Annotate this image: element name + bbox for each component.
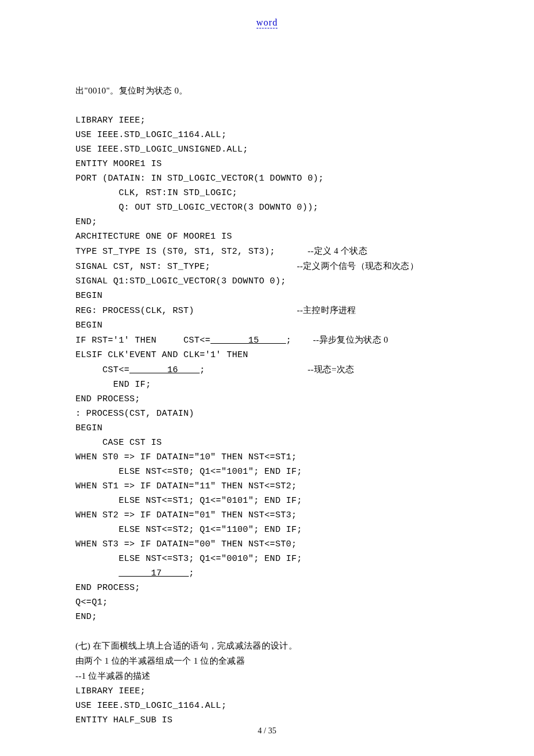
code-line: ; <box>189 568 194 578</box>
code-line: USE IEEE.STD_LOGIC_1164.ALL; <box>75 701 226 711</box>
code-line: ENTITY HALF_SUB IS <box>75 715 172 725</box>
page-number: 4 / 35 <box>258 726 276 735</box>
code-line: Q: OUT STD_LOGIC_VECTOR(3 DOWNTO 0)); <box>75 203 319 213</box>
code-line: ELSE NST<=ST0; Q1<="1001"; END IF; <box>75 467 302 477</box>
code-line: REG: PROCESS(CLK, RST) <box>75 306 297 316</box>
code-line <box>75 568 118 578</box>
code-line: USE IEEE.STD_LOGIC_UNSIGNED.ALL; <box>75 145 248 154</box>
code-line: ELSE NST<=ST3; Q1<="0010"; END IF; <box>75 554 302 564</box>
comment: --定义两个信号（现态和次态） <box>297 261 418 271</box>
header-link[interactable]: word <box>257 17 278 28</box>
code-line: END IF; <box>75 380 151 390</box>
code-line: LIBRARY IEEE; <box>75 116 146 125</box>
code-line: ; <box>200 365 308 375</box>
code-line: SIGNAL CST, NST: ST_TYPE; <box>75 262 297 272</box>
code-line: BEGIN <box>75 321 103 330</box>
code-line: ELSIF CLK'EVENT AND CLK='1' THEN <box>75 350 248 360</box>
code-line: END; <box>75 612 97 622</box>
code-line: ; <box>286 336 313 345</box>
header: word <box>75 17 459 52</box>
code-line: WHEN ST0 => IF DATAIN="10" THEN NST<=ST1… <box>75 452 297 462</box>
comment: --1 位半减器的描述 <box>75 671 151 681</box>
code-line: IF RST='1' THEN CST<= <box>75 336 211 345</box>
code-line: WHEN ST1 => IF DATAIN="11" THEN NST<=ST2… <box>75 481 297 491</box>
code-line: BEGIN <box>75 291 103 301</box>
code-line: ARCHITECTURE ONE OF MOORE1 IS <box>75 232 232 242</box>
comment: --主控时序进程 <box>297 305 356 315</box>
document-content: 出"0010"。复位时为状态 0。 LIBRARY IEEE; USE IEEE… <box>75 84 459 728</box>
code-line: Q<=Q1; <box>75 597 108 607</box>
code-line: USE IEEE.STD_LOGIC_1164.ALL; <box>75 130 226 140</box>
comment: --定义 4 个状态 <box>308 246 367 255</box>
code-line: : PROCESS(CST, DATAIN) <box>75 409 194 419</box>
comment: --异步复位为状态 0 <box>313 335 388 344</box>
comment: --现态=次态 <box>308 365 355 374</box>
code-line: SIGNAL Q1:STD_LOGIC_VECTOR(3 DOWNTO 0); <box>75 276 286 286</box>
code-line: LIBRARY IEEE; <box>75 686 146 696</box>
code-line: CST<= <box>75 365 129 375</box>
code-line: CLK, RST:IN STD_LOGIC; <box>75 188 237 198</box>
code-line: END; <box>75 217 97 227</box>
code-line: ENTITY MOORE1 IS <box>75 159 162 169</box>
intro-line: 出"0010"。复位时为状态 0。 <box>75 86 188 95</box>
code-line: WHEN ST2 => IF DATAIN="01" THEN NST<=ST3… <box>75 510 297 520</box>
blank-16: 16 <box>129 363 200 377</box>
code-line: CASE CST IS <box>75 438 162 448</box>
code-line: PORT (DATAIN: IN STD_LOGIC_VECTOR(1 DOWN… <box>75 174 324 183</box>
code-line: END PROCESS; <box>75 394 140 404</box>
section-7-title: (七) 在下面横线上填上合适的语句，完成减法器的设计。 <box>75 641 297 650</box>
code-line: ELSE NST<=ST2; Q1<="1100"; END IF; <box>75 525 302 535</box>
code-line: TYPE ST_TYPE IS (ST0, ST1, ST2, ST3); <box>75 247 308 257</box>
section-7-sub: 由两个 1 位的半减器组成一个 1 位的全减器 <box>75 656 245 665</box>
code-line: ELSE NST<=ST1; Q1<="0101"; END IF; <box>75 496 302 506</box>
code-line: BEGIN <box>75 423 103 433</box>
blank-15: 15 <box>211 333 286 348</box>
page-footer: 4 / 35 <box>0 726 534 736</box>
code-line: WHEN ST3 => IF DATAIN="00" THEN NST<=ST0… <box>75 539 297 549</box>
code-line: END PROCESS; <box>75 583 140 593</box>
document-page: word 出"0010"。复位时为状态 0。 LIBRARY IEEE; USE… <box>0 0 534 756</box>
blank-17: 17 <box>118 566 189 581</box>
